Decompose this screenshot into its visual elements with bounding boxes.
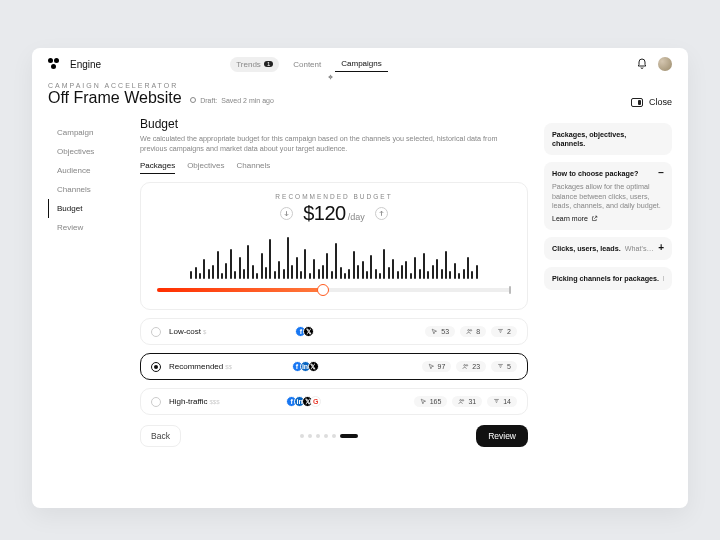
page-header: ⌖ CAMPAIGN ACCELERATOR Off Frame Website… — [32, 78, 688, 113]
budget-slider[interactable] — [157, 283, 511, 297]
users-icon — [458, 398, 465, 405]
faq-item[interactable]: How to choose package?−Packages allow fo… — [544, 162, 672, 230]
chart-bar — [322, 265, 324, 279]
sidenav-item-channels[interactable]: Channels — [48, 180, 124, 199]
svg-point-1 — [470, 330, 471, 331]
package-price: $$ — [225, 364, 232, 370]
subtab-packages[interactable]: Packages — [140, 161, 175, 174]
chart-bar — [243, 269, 245, 279]
help-aside: Packages, objectives, channels. How to c… — [544, 117, 672, 496]
slider-end-tick — [509, 286, 511, 294]
users-icon — [466, 328, 473, 335]
nav-trends[interactable]: Trends 1 — [230, 57, 279, 72]
chart-bar — [340, 267, 342, 279]
stat-users: 23 — [456, 361, 486, 372]
step-dot — [332, 434, 336, 438]
draft-status: Draft: Saved 2 min ago — [190, 97, 274, 104]
faq-hint: How to choose… — [663, 274, 664, 283]
channel-g-icon: G — [310, 396, 321, 407]
budget-amount: $120/day — [303, 202, 365, 225]
sidenav-item-audience[interactable]: Audience — [48, 161, 124, 180]
chart-bar — [212, 265, 214, 279]
package-stats: 97 23 5 — [422, 361, 518, 372]
chart-bar — [370, 255, 372, 279]
chart-bar — [454, 263, 456, 279]
sidenav-item-budget[interactable]: Budget — [48, 199, 124, 218]
top-bar: Engine Trends 1 Content Campaigns — [32, 48, 688, 78]
chart-bar — [401, 265, 403, 279]
faq-item[interactable]: Picking channels for packages. How to ch… — [544, 267, 672, 290]
chart-bar — [221, 273, 223, 279]
chart-bar — [190, 271, 192, 279]
chart-bar — [256, 273, 258, 279]
chart-bar — [265, 267, 267, 279]
package-radio[interactable] — [151, 362, 161, 372]
brand-logo-icon — [48, 58, 60, 70]
package-channels: fin𝕏 — [295, 361, 319, 372]
step-dot — [308, 434, 312, 438]
chart-bar — [463, 269, 465, 279]
expand-icon[interactable]: + — [658, 244, 664, 251]
chart-bar — [239, 257, 241, 279]
chart-bar — [230, 249, 232, 279]
package-low-cost[interactable]: Low-cost$f𝕏 53 8 2 — [140, 318, 528, 345]
chart-bar — [269, 239, 271, 279]
chart-bar — [397, 271, 399, 279]
faq-item[interactable]: Clicks, users, leads. What's the differe… — [544, 237, 672, 260]
notifications-icon[interactable] — [636, 58, 648, 70]
wizard-sidenav: CampaignObjectivesAudienceChannelsBudget… — [48, 117, 124, 496]
chart-bar — [458, 273, 460, 279]
chart-bar — [287, 237, 289, 279]
close-button[interactable]: Close — [631, 97, 672, 107]
draft-prefix: Draft: — [200, 97, 217, 104]
draft-status-icon — [190, 97, 196, 103]
stat-leads: 2 — [491, 326, 517, 337]
package-radio[interactable] — [151, 327, 161, 337]
leads-icon — [497, 328, 504, 335]
chart-bar — [414, 257, 416, 279]
sidenav-item-objectives[interactable]: Objectives — [48, 142, 124, 161]
sidenav-item-review[interactable]: Review — [48, 218, 124, 237]
chart-bar — [441, 269, 443, 279]
package-stats: 53 8 2 — [425, 326, 517, 337]
chart-bar — [427, 271, 429, 279]
nav-content[interactable]: Content — [287, 57, 327, 72]
increase-budget-button[interactable] — [375, 207, 388, 220]
faq-item[interactable]: Packages, objectives, channels. How to c… — [544, 123, 672, 155]
chart-bar — [335, 243, 337, 279]
chart-bar — [313, 259, 315, 279]
chart-bar — [291, 265, 293, 279]
sidenav-item-campaign[interactable]: Campaign — [48, 123, 124, 142]
slider-knob[interactable] — [317, 284, 329, 296]
chart-bar — [476, 265, 478, 279]
learn-more-link[interactable]: Learn more — [552, 215, 598, 222]
package-radio[interactable] — [151, 397, 161, 407]
nav-campaigns[interactable]: Campaigns — [335, 56, 387, 72]
close-label: Close — [649, 97, 672, 107]
nav-trends-label: Trends — [236, 60, 261, 69]
back-button[interactable]: Back — [140, 425, 181, 447]
external-link-icon — [591, 215, 598, 222]
chart-bar — [366, 271, 368, 279]
step-dot — [316, 434, 320, 438]
user-avatar[interactable] — [658, 57, 672, 71]
step-dot — [340, 434, 358, 438]
package-price: $ — [203, 329, 206, 335]
collapse-icon[interactable]: − — [658, 169, 664, 176]
leads-icon — [493, 398, 500, 405]
cursor-indicator-icon: ⌖ — [328, 72, 333, 83]
decrease-budget-button[interactable] — [280, 207, 293, 220]
package-high-traffic[interactable]: High-traffic$$$fin𝕏G 165 31 14 — [140, 388, 528, 415]
clicks-icon — [431, 328, 438, 335]
wizard-footer: Back Review — [140, 425, 528, 447]
package-recommended[interactable]: Recommended$$fin𝕏 97 23 5 — [140, 353, 528, 380]
chart-bar — [445, 251, 447, 279]
package-name: Recommended$$ — [169, 362, 239, 371]
step-dot — [324, 434, 328, 438]
subtab-channels[interactable]: Channels — [237, 161, 271, 174]
channel-x-icon: 𝕏 — [303, 326, 314, 337]
subtab-objectives[interactable]: Objectives — [187, 161, 224, 174]
faq-question: How to choose package? — [552, 169, 638, 178]
nav-trends-badge: 1 — [264, 61, 273, 67]
review-button[interactable]: Review — [476, 425, 528, 447]
